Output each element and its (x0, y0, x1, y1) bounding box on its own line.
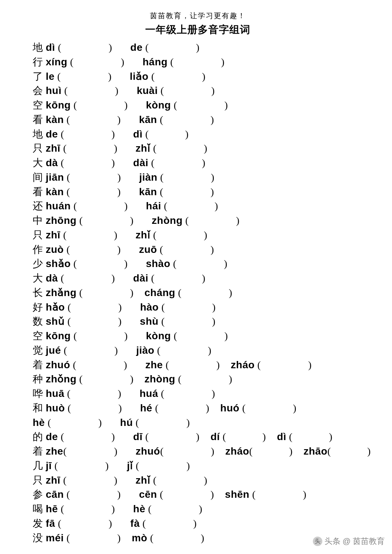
close-paren: ) (224, 99, 228, 111)
pinyin-text: kòng (146, 99, 171, 111)
hanzi-char: 空 (33, 330, 43, 341)
open-paren: ( (160, 186, 163, 197)
open-paren: ( (66, 532, 70, 543)
open-paren: ( (61, 272, 64, 284)
pinyin-text: zhòng (152, 215, 183, 226)
close-paren: ) (224, 330, 228, 341)
close-paren: ) (204, 143, 207, 154)
open-paren: ( (242, 402, 246, 414)
hanzi-char: 看 (33, 186, 43, 197)
close-paren: ) (289, 446, 293, 457)
close-paren: ) (202, 157, 205, 168)
worksheet-row: 喝 hē ()hè () (33, 502, 363, 516)
close-paren: ) (303, 489, 307, 500)
open-paren: ( (252, 489, 256, 500)
pinyin-text: kōng (46, 99, 71, 111)
close-paren: ) (224, 258, 228, 269)
close-paren: ) (229, 373, 232, 385)
close-paren: ) (124, 330, 128, 341)
pinyin-text: zhe (145, 359, 163, 370)
close-paren: ) (367, 446, 371, 457)
hanzi-char: 好 (33, 301, 43, 313)
open-paren: ( (160, 244, 163, 255)
open-paren: ( (173, 258, 177, 269)
pinyin-text: liǎo (130, 71, 149, 82)
close-paren: ) (329, 431, 332, 442)
open-paren: ( (153, 143, 157, 154)
close-paren: ) (105, 460, 109, 471)
worksheet-row: 空 kōng ()kòng () (33, 329, 363, 343)
open-paren: ( (166, 359, 169, 370)
hanzi-char: 哗 (33, 388, 43, 399)
worksheet-row: 着 zhuó ()zhe ()zháo () (33, 358, 363, 372)
pinyin-text: hé (140, 402, 152, 414)
open-paren: ( (67, 388, 71, 399)
open-paren: ( (151, 272, 155, 284)
hanzi-char: 种 (33, 373, 43, 385)
open-paren: ( (160, 172, 164, 183)
watermark-prefix: 头条 (324, 536, 340, 547)
hanzi-char: 只 (33, 475, 43, 486)
hanzi-char: 着 (33, 446, 43, 457)
hanzi-char: 数 (33, 316, 43, 327)
hanzi-char: 地 (33, 42, 43, 53)
worksheet-row: 只 zhī ()zhǐ () (33, 228, 363, 242)
open-paren: ( (68, 316, 71, 327)
close-paren: ) (117, 532, 121, 543)
close-paren: ) (204, 229, 207, 241)
close-paren: ) (115, 85, 119, 96)
pinyin-text: kuài (137, 85, 158, 96)
pinyin-text: zhòng (144, 373, 175, 385)
open-paren: ( (63, 229, 67, 241)
close-paren: ) (124, 359, 127, 370)
pinyin-text: zhǐ (136, 143, 151, 154)
close-paren: ) (211, 85, 215, 96)
open-paren: ( (142, 518, 146, 529)
pinyin-text: kōng (46, 330, 71, 341)
open-paren: ( (61, 503, 64, 514)
close-paren: ) (124, 99, 128, 111)
worksheet-row: 数 shǔ ()shù () (33, 314, 363, 329)
pinyin-text: shǎo (46, 258, 71, 269)
hanzi-char: 作 (33, 244, 43, 255)
pinyin-text: zhǎng (46, 287, 77, 298)
pinyin-text: fà (130, 518, 140, 529)
worksheet-row: 地 dì ()de () (33, 40, 363, 55)
hanzi-char: 只 (33, 229, 43, 241)
pinyin-text: zhōng (46, 215, 77, 226)
pinyin-text: dí (211, 431, 220, 442)
close-paren: ) (212, 316, 216, 327)
pinyin-text: hè (133, 503, 146, 514)
open-paren: ( (66, 489, 70, 500)
pinyin-text: mò (132, 532, 147, 543)
open-paren: ( (185, 215, 189, 226)
open-paren: ( (64, 85, 68, 96)
pinyin-text: shào (146, 258, 170, 269)
worksheet-row: 长 zhǎng ()cháng () (33, 286, 363, 300)
open-paren: ( (153, 229, 157, 241)
worksheet-row: 地 de ()dì () (33, 127, 363, 141)
pinyin-text: huán (46, 200, 71, 212)
open-paren: ( (327, 446, 331, 457)
open-paren: ( (178, 287, 181, 298)
pinyin-text: zhǐ (136, 475, 151, 486)
worksheet-row: 种 zhǒng ()zhòng () (33, 372, 363, 386)
hanzi-char: 行 (33, 56, 43, 67)
pinyin-text: hǎo (46, 301, 65, 313)
close-paren: ) (211, 186, 214, 197)
hanzi-char: 大 (33, 157, 43, 168)
pinyin-text: dī (133, 431, 143, 442)
close-paren: ) (186, 417, 190, 428)
open-paren: ( (157, 345, 161, 356)
close-paren: ) (114, 229, 118, 241)
worksheet-row: hè ()hú () (33, 415, 363, 430)
open-paren: ( (57, 71, 61, 82)
close-paren: ) (215, 200, 218, 212)
open-paren: ( (257, 359, 261, 370)
close-paren: ) (208, 345, 212, 356)
close-paren: ) (118, 172, 121, 183)
close-paren: ) (236, 215, 240, 226)
close-paren: ) (211, 489, 214, 500)
worksheet-page: 茵苗教育，让学习更有趣！ 一年级上册多音字组词 地 dì ()de ()行 xí… (0, 0, 392, 554)
hanzi-char: 还 (33, 200, 43, 212)
